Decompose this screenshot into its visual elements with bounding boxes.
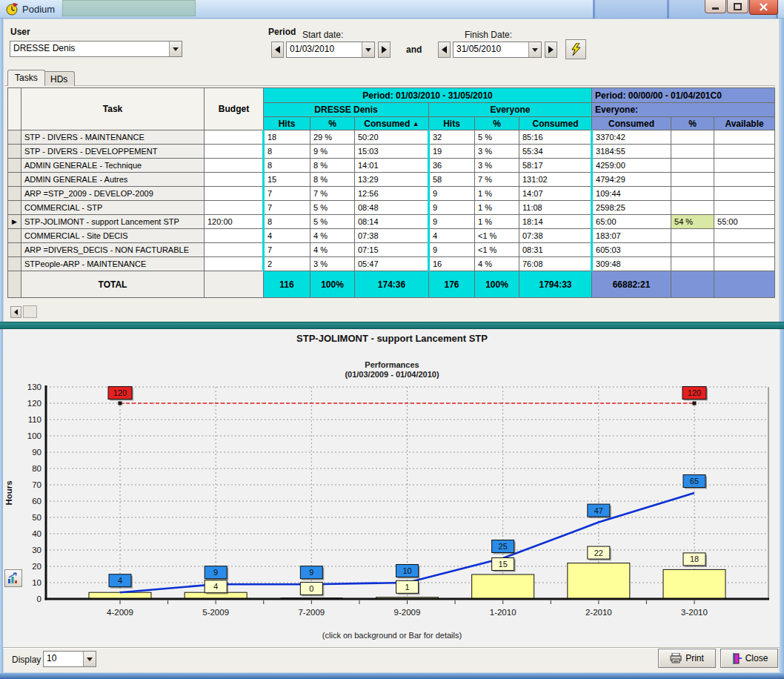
col-header-consumed[interactable]: Consumed [519, 117, 592, 130]
cell-total-consumed[interactable]: 183:07 [592, 229, 671, 243]
cell-user-consumed[interactable]: 05:47 [355, 257, 429, 271]
col-header-pct[interactable]: % [671, 117, 714, 130]
col-header-consumed[interactable]: Consumed [592, 117, 671, 130]
cell-task[interactable]: STPeople-ARP - MAINTENANCE [21, 257, 205, 271]
finish-date-select[interactable]: 31/05/2010 [453, 42, 542, 58]
cell-total-available[interactable] [714, 173, 775, 187]
cell-user-pct[interactable]: 9 % [310, 145, 355, 159]
cell-everyone-hits[interactable]: 9 [429, 243, 475, 257]
cell-user-hits[interactable]: 7 [264, 201, 310, 215]
cell-everyone-pct[interactable]: <1 % [475, 229, 519, 243]
cell-total-pct[interactable] [671, 229, 714, 243]
cell-total-consumed[interactable]: 4259:00 [592, 159, 671, 173]
cell-everyone-pct[interactable]: 3 % [475, 159, 519, 173]
table-row[interactable]: ARP =STP_2009 - DEVELOP-200977 %12:5691 … [8, 187, 775, 201]
cell-task[interactable]: COMMERCIAL - Site DECIS [21, 229, 205, 243]
cell-total-consumed[interactable]: 65:00 [592, 215, 671, 229]
cell-total-available[interactable] [714, 130, 775, 145]
cell-user-pct[interactable]: 7 % [310, 187, 355, 201]
cell-task[interactable]: COMMERCIAL - STP [21, 201, 205, 215]
cell-total-available[interactable] [714, 187, 775, 201]
cell-user-pct[interactable]: 5 % [310, 215, 355, 229]
cell-user-pct[interactable]: 3 % [310, 257, 355, 271]
cell-everyone-consumed[interactable]: 08:31 [519, 243, 592, 257]
cell-everyone-consumed[interactable]: 58:17 [519, 159, 592, 173]
col-header-pct[interactable]: % [475, 117, 519, 130]
cell-budget[interactable] [205, 130, 264, 145]
user-select[interactable]: DRESSE Denis [10, 41, 182, 57]
cell-user-hits[interactable]: 7 [264, 243, 310, 257]
row-marker[interactable] [8, 229, 21, 243]
cell-user-hits[interactable]: 18 [264, 130, 310, 145]
minimize-button[interactable] [705, 0, 726, 13]
cell-total-pct[interactable] [671, 145, 714, 159]
row-marker[interactable] [8, 130, 21, 145]
cell-user-pct[interactable]: 8 % [310, 159, 355, 173]
table-row[interactable]: COMMERCIAL - STP75 %08:4891 %11:082598:2… [8, 201, 775, 215]
cell-user-pct[interactable]: 29 % [310, 130, 355, 145]
cell-task[interactable]: STP-JOLIMONT - support Lancement STP [21, 215, 205, 229]
cell-user-consumed[interactable]: 07:38 [355, 229, 429, 243]
cell-user-consumed[interactable]: 08:48 [355, 201, 429, 215]
cell-task[interactable]: ARP =DIVERS_DECIS - NON FACTURABLE [21, 243, 205, 257]
row-marker[interactable] [8, 173, 21, 187]
cell-budget[interactable] [205, 173, 264, 187]
cell-total-pct[interactable]: 54 % [671, 215, 714, 229]
current-row-marker[interactable]: ▶ [8, 215, 21, 229]
cell-user-hits[interactable]: 4 [264, 229, 310, 243]
bar-3-2010[interactable] [663, 569, 725, 599]
start-date-select[interactable]: 01/03/2010 [286, 42, 375, 58]
table-row[interactable]: ARP =DIVERS_DECIS - NON FACTURABLE74 %07… [8, 243, 775, 257]
cell-task[interactable]: STP - DIVERS - MAINTENANCE [21, 130, 205, 145]
cell-budget[interactable] [205, 187, 264, 201]
cell-user-hits[interactable]: 7 [264, 187, 310, 201]
cell-everyone-pct[interactable]: 5 % [475, 130, 519, 145]
cell-user-consumed[interactable]: 15:03 [355, 145, 429, 159]
cell-everyone-consumed[interactable]: 131:02 [519, 173, 592, 187]
chevron-down-icon[interactable] [528, 42, 541, 57]
cell-total-pct[interactable] [671, 130, 714, 145]
maximize-button[interactable] [727, 0, 748, 13]
cell-budget[interactable] [205, 229, 264, 243]
chevron-down-icon[interactable] [362, 42, 374, 57]
cell-everyone-hits[interactable]: 16 [429, 257, 475, 271]
chart-options-button[interactable] [4, 569, 22, 587]
row-marker[interactable] [8, 201, 21, 215]
cell-total-consumed[interactable]: 109:44 [592, 187, 671, 201]
cell-total-consumed[interactable]: 4794:29 [592, 173, 671, 187]
print-button[interactable]: Print [658, 649, 716, 668]
row-marker[interactable] [8, 159, 21, 173]
col-header-available[interactable]: Available [714, 117, 775, 130]
cell-total-pct[interactable] [671, 243, 714, 257]
cell-everyone-pct[interactable]: 1 % [475, 201, 519, 215]
cell-total-consumed[interactable]: 3370:42 [592, 130, 671, 145]
table-row[interactable]: STP - DIVERS - MAINTENANCE1829 %50:20325… [8, 130, 775, 145]
col-header-pct[interactable]: % [310, 117, 355, 130]
cell-user-hits[interactable]: 15 [264, 173, 310, 187]
cell-total-pct[interactable] [671, 257, 714, 271]
cell-task[interactable]: ADMIN GENERALE - Technique [21, 159, 205, 173]
hscroll-left-button[interactable] [10, 306, 21, 318]
cell-total-consumed[interactable]: 309:48 [592, 257, 671, 271]
row-marker[interactable] [8, 187, 21, 201]
cell-user-hits[interactable]: 2 [264, 257, 310, 271]
close-window-button[interactable] [749, 0, 778, 15]
tab-hds[interactable]: HDs [43, 71, 75, 86]
cell-everyone-hits[interactable]: 58 [429, 173, 475, 187]
cell-total-available[interactable] [714, 229, 775, 243]
chevron-down-icon[interactable] [83, 652, 96, 666]
col-header-consumed-sorted[interactable]: Consumed ▲ [355, 117, 429, 130]
row-marker[interactable] [8, 145, 21, 159]
refresh-button[interactable] [565, 39, 586, 59]
cell-total-pct[interactable] [671, 173, 714, 187]
cell-everyone-consumed[interactable]: 07:38 [519, 229, 592, 243]
cell-user-consumed[interactable]: 07:15 [355, 243, 429, 257]
cell-user-pct[interactable]: 5 % [310, 201, 355, 215]
bar-2-2010[interactable] [568, 563, 630, 599]
cell-total-available[interactable]: 55:00 [714, 215, 775, 229]
col-header-hits[interactable]: Hits [429, 117, 475, 130]
cell-budget[interactable] [205, 201, 264, 215]
cell-everyone-consumed[interactable]: 76:08 [519, 257, 592, 271]
cell-task[interactable]: STP - DIVERS - DEVELOPPEMENT [21, 145, 205, 159]
finish-date-prev-button[interactable] [438, 42, 451, 58]
